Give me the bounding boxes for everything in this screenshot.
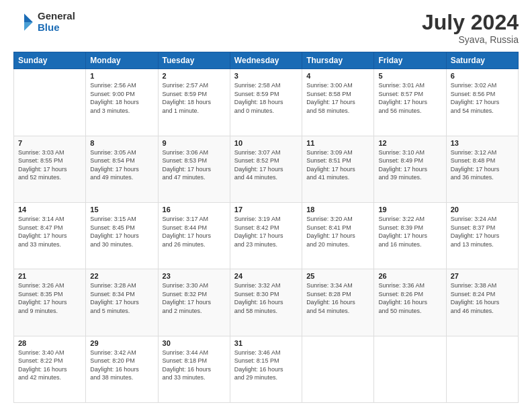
day-info: Sunrise: 3:12 AM Sunset: 8:48 PM Dayligh… <box>451 148 514 182</box>
day-of-week-header: Saturday <box>446 52 518 69</box>
day-number: 28 <box>18 339 81 347</box>
day-info: Sunrise: 3:22 AM Sunset: 8:39 PM Dayligh… <box>378 215 441 248</box>
svg-marker-2 <box>15 13 24 22</box>
title-block: July 2024 Syava, Russia <box>422 11 519 45</box>
day-number: 9 <box>163 139 226 147</box>
calendar-cell <box>446 336 518 402</box>
calendar-cell: 20Sunrise: 3:24 AM Sunset: 8:37 PM Dayli… <box>446 202 518 269</box>
day-info: Sunrise: 3:01 AM Sunset: 8:57 PM Dayligh… <box>378 81 441 115</box>
calendar-cell: 12Sunrise: 3:10 AM Sunset: 8:49 PM Dayli… <box>374 136 446 202</box>
day-number: 2 <box>163 72 226 80</box>
calendar-cell: 11Sunrise: 3:09 AM Sunset: 8:51 PM Dayli… <box>302 136 374 202</box>
day-info: Sunrise: 3:38 AM Sunset: 8:24 PM Dayligh… <box>451 281 514 315</box>
calendar-cell <box>14 69 86 136</box>
calendar-cell: 23Sunrise: 3:30 AM Sunset: 8:32 PM Dayli… <box>158 269 230 336</box>
day-info: Sunrise: 3:26 AM Sunset: 8:35 PM Dayligh… <box>18 281 81 315</box>
day-info: Sunrise: 3:30 AM Sunset: 8:32 PM Dayligh… <box>163 281 226 315</box>
day-number: 15 <box>90 205 153 214</box>
calendar-header-row: SundayMondayTuesdayWednesdayThursdayFrid… <box>14 52 519 69</box>
day-info: Sunrise: 3:03 AM Sunset: 8:55 PM Dayligh… <box>18 148 81 182</box>
calendar-cell: 6Sunrise: 3:02 AM Sunset: 8:56 PM Daylig… <box>446 69 518 136</box>
day-number: 12 <box>378 139 441 147</box>
day-of-week-header: Wednesday <box>230 52 302 69</box>
day-info: Sunrise: 3:36 AM Sunset: 8:26 PM Dayligh… <box>378 281 441 315</box>
page: General Blue July 2024 Syava, Russia Sun… <box>0 0 532 411</box>
day-info: Sunrise: 2:56 AM Sunset: 9:00 PM Dayligh… <box>90 81 153 115</box>
calendar-cell: 28Sunrise: 3:40 AM Sunset: 8:22 PM Dayli… <box>14 336 86 402</box>
day-number: 6 <box>451 72 514 80</box>
calendar-cell: 30Sunrise: 3:44 AM Sunset: 8:18 PM Dayli… <box>158 336 230 402</box>
day-of-week-header: Tuesday <box>158 52 230 69</box>
calendar-cell: 9Sunrise: 3:06 AM Sunset: 8:53 PM Daylig… <box>158 136 230 202</box>
main-title: July 2024 <box>422 11 519 34</box>
day-info: Sunrise: 3:00 AM Sunset: 8:58 PM Dayligh… <box>306 81 369 115</box>
calendar-cell: 16Sunrise: 3:17 AM Sunset: 8:44 PM Dayli… <box>158 202 230 269</box>
logo-icon <box>13 11 35 33</box>
calendar-week-row: 14Sunrise: 3:14 AM Sunset: 8:47 PM Dayli… <box>14 202 519 269</box>
day-number: 4 <box>306 72 369 80</box>
day-number: 22 <box>90 272 153 280</box>
day-info: Sunrise: 3:28 AM Sunset: 8:34 PM Dayligh… <box>90 281 153 315</box>
calendar-cell <box>374 336 446 402</box>
day-number: 16 <box>163 205 226 214</box>
day-of-week-header: Friday <box>374 52 446 69</box>
calendar-cell: 13Sunrise: 3:12 AM Sunset: 8:48 PM Dayli… <box>446 136 518 202</box>
day-info: Sunrise: 3:09 AM Sunset: 8:51 PM Dayligh… <box>306 148 369 182</box>
day-info: Sunrise: 3:42 AM Sunset: 8:20 PM Dayligh… <box>90 349 153 382</box>
svg-marker-1 <box>24 22 33 31</box>
day-info: Sunrise: 3:07 AM Sunset: 8:52 PM Dayligh… <box>234 148 298 182</box>
day-info: Sunrise: 3:44 AM Sunset: 8:18 PM Dayligh… <box>163 349 226 382</box>
day-number: 30 <box>163 339 226 347</box>
calendar-cell: 24Sunrise: 3:32 AM Sunset: 8:30 PM Dayli… <box>230 269 302 336</box>
day-number: 17 <box>234 205 298 214</box>
day-of-week-header: Thursday <box>302 52 374 69</box>
calendar-cell: 18Sunrise: 3:20 AM Sunset: 8:41 PM Dayli… <box>302 202 374 269</box>
day-info: Sunrise: 2:58 AM Sunset: 8:59 PM Dayligh… <box>234 81 298 115</box>
calendar-week-row: 21Sunrise: 3:26 AM Sunset: 8:35 PM Dayli… <box>14 269 519 336</box>
day-number: 14 <box>18 205 81 214</box>
logo-text: General Blue <box>38 11 75 33</box>
logo: General Blue <box>13 11 75 33</box>
calendar-cell: 27Sunrise: 3:38 AM Sunset: 8:24 PM Dayli… <box>446 269 518 336</box>
day-info: Sunrise: 3:32 AM Sunset: 8:30 PM Dayligh… <box>234 281 298 315</box>
calendar-cell: 8Sunrise: 3:05 AM Sunset: 8:54 PM Daylig… <box>86 136 158 202</box>
svg-marker-0 <box>24 13 33 22</box>
calendar-cell: 2Sunrise: 2:57 AM Sunset: 8:59 PM Daylig… <box>158 69 230 136</box>
day-number: 24 <box>234 272 298 280</box>
day-number: 13 <box>451 139 514 147</box>
day-number: 10 <box>234 139 298 147</box>
day-info: Sunrise: 3:24 AM Sunset: 8:37 PM Dayligh… <box>451 215 514 248</box>
calendar-cell: 10Sunrise: 3:07 AM Sunset: 8:52 PM Dayli… <box>230 136 302 202</box>
calendar-cell <box>302 336 374 402</box>
logo-line1: General <box>38 11 75 22</box>
calendar-table: SundayMondayTuesdayWednesdayThursdayFrid… <box>13 52 519 403</box>
calendar-cell: 22Sunrise: 3:28 AM Sunset: 8:34 PM Dayli… <box>86 269 158 336</box>
day-info: Sunrise: 3:17 AM Sunset: 8:44 PM Dayligh… <box>163 215 226 248</box>
day-number: 11 <box>306 139 369 147</box>
calendar-cell: 15Sunrise: 3:15 AM Sunset: 8:45 PM Dayli… <box>86 202 158 269</box>
day-number: 23 <box>163 272 226 280</box>
calendar-week-row: 7Sunrise: 3:03 AM Sunset: 8:55 PM Daylig… <box>14 136 519 202</box>
day-number: 31 <box>234 339 298 347</box>
calendar-cell: 17Sunrise: 3:19 AM Sunset: 8:42 PM Dayli… <box>230 202 302 269</box>
day-number: 7 <box>18 139 81 147</box>
day-number: 5 <box>378 72 441 80</box>
day-info: Sunrise: 3:20 AM Sunset: 8:41 PM Dayligh… <box>306 215 369 248</box>
calendar-cell: 19Sunrise: 3:22 AM Sunset: 8:39 PM Dayli… <box>374 202 446 269</box>
day-number: 8 <box>90 139 153 147</box>
calendar-cell: 25Sunrise: 3:34 AM Sunset: 8:28 PM Dayli… <box>302 269 374 336</box>
day-info: Sunrise: 3:06 AM Sunset: 8:53 PM Dayligh… <box>163 148 226 182</box>
calendar-cell: 4Sunrise: 3:00 AM Sunset: 8:58 PM Daylig… <box>302 69 374 136</box>
day-number: 27 <box>451 272 514 280</box>
day-number: 29 <box>90 339 153 347</box>
day-info: Sunrise: 3:10 AM Sunset: 8:49 PM Dayligh… <box>378 148 441 182</box>
subtitle: Syava, Russia <box>422 34 519 45</box>
calendar-cell: 29Sunrise: 3:42 AM Sunset: 8:20 PM Dayli… <box>86 336 158 402</box>
day-info: Sunrise: 3:34 AM Sunset: 8:28 PM Dayligh… <box>306 281 369 315</box>
calendar-cell: 26Sunrise: 3:36 AM Sunset: 8:26 PM Dayli… <box>374 269 446 336</box>
day-number: 21 <box>18 272 81 280</box>
day-info: Sunrise: 3:19 AM Sunset: 8:42 PM Dayligh… <box>234 215 298 248</box>
day-of-week-header: Sunday <box>14 52 86 69</box>
day-number: 19 <box>378 205 441 214</box>
logo-line2: Blue <box>38 22 75 34</box>
